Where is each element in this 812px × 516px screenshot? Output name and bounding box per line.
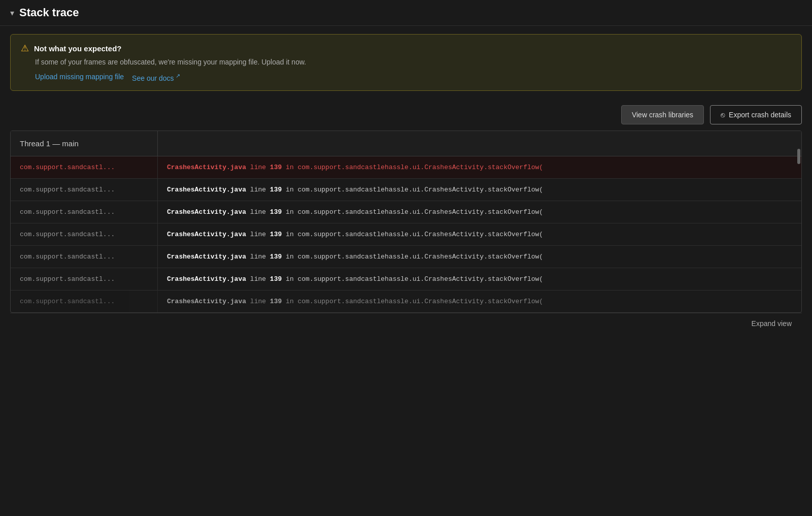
table-row[interactable]: com.support.sandcastl... CrashesActivity… (11, 246, 801, 268)
external-link-icon: ↗ (176, 73, 180, 79)
see-docs-link[interactable]: See our docs ↗ (132, 73, 180, 82)
table-row[interactable]: com.support.sandcastl... CrashesActivity… (11, 156, 801, 179)
in-label: in (286, 208, 297, 216)
line-number: 139 (270, 275, 282, 283)
table-row[interactable]: com.support.sandcastl... CrashesActivity… (11, 201, 801, 223)
in-label: in (286, 298, 297, 305)
toolbar: View crash libraries ⎋ Export crash deta… (0, 99, 812, 131)
view-crash-libraries-button[interactable]: View crash libraries (621, 105, 704, 124)
method-path: com.support.sandcastlehassle.ui.CrashesA… (297, 231, 543, 238)
stack-row-package: com.support.sandcastl... (11, 246, 158, 268)
warning-description: If some of your frames are obfuscated, w… (35, 57, 791, 68)
warning-title: Not what you expected? (34, 44, 122, 53)
filename: CrashesActivity.java (167, 208, 246, 216)
method-path: com.support.sandcastlehassle.ui.CrashesA… (297, 164, 543, 171)
stack-table: Thread 1 — main com.support.sandcastl...… (10, 131, 802, 313)
stack-trace-header: ▾ Stack trace (0, 0, 812, 26)
filename: CrashesActivity.java (167, 231, 246, 238)
table-row[interactable]: com.support.sandcastl... CrashesActivity… (11, 179, 801, 201)
line-label: line (250, 253, 270, 261)
stack-row-package: com.support.sandcastl... (11, 179, 158, 201)
chevron-icon[interactable]: ▾ (10, 8, 14, 18)
table-row[interactable]: com.support.sandcastl... CrashesActivity… (11, 223, 801, 246)
stack-row-package: com.support.sandcastl... (11, 201, 158, 223)
stack-row-package: com.support.sandcastl... (11, 268, 158, 290)
export-crash-details-button[interactable]: ⎋ Export crash details (710, 105, 802, 124)
stack-row-detail: CrashesActivity.java line 139 in com.sup… (158, 201, 801, 223)
upload-mapping-link[interactable]: Upload missing mapping file (35, 73, 124, 82)
thread-col-right (158, 131, 801, 156)
method-path: com.support.sandcastlehassle.ui.CrashesA… (297, 186, 543, 194)
line-number: 139 (270, 186, 282, 194)
line-label: line (250, 208, 270, 216)
filename: CrashesActivity.java (167, 275, 246, 283)
filename: CrashesActivity.java (167, 298, 246, 305)
warning-icon: ⚠ (21, 43, 29, 54)
line-number: 139 (270, 231, 282, 238)
line-number: 139 (270, 253, 282, 261)
method-path: com.support.sandcastlehassle.ui.CrashesA… (297, 253, 543, 261)
warning-banner: ⚠ Not what you expected? If some of your… (10, 34, 802, 91)
filename: CrashesActivity.java (167, 164, 246, 171)
warning-links: Upload missing mapping file See our docs… (35, 73, 791, 82)
expand-view-link[interactable]: Expand view (752, 319, 792, 328)
line-label: line (250, 186, 270, 194)
method-path: com.support.sandcastlehassle.ui.CrashesA… (297, 275, 543, 283)
export-icon: ⎋ (721, 111, 725, 119)
in-label: in (286, 275, 297, 283)
table-row[interactable]: com.support.sandcastl... CrashesActivity… (11, 291, 801, 312)
in-label: in (286, 231, 297, 238)
in-label: in (286, 164, 297, 171)
stack-row-detail: CrashesActivity.java line 139 in com.sup… (158, 246, 801, 268)
stack-row-detail: CrashesActivity.java line 139 in com.sup… (158, 291, 801, 312)
expand-view-bar: Expand view (10, 313, 802, 334)
method-path: com.support.sandcastlehassle.ui.CrashesA… (297, 298, 543, 305)
thread-label: Thread 1 — main (11, 131, 158, 156)
stack-row-package: com.support.sandcastl... (11, 291, 158, 312)
in-label: in (286, 186, 297, 194)
method-path: com.support.sandcastlehassle.ui.CrashesA… (297, 208, 543, 216)
line-number: 139 (270, 298, 282, 305)
stack-row-package: com.support.sandcastl... (11, 156, 158, 178)
line-number: 139 (270, 164, 282, 171)
stack-row-detail: CrashesActivity.java line 139 in com.sup… (158, 179, 801, 201)
line-number: 139 (270, 208, 282, 216)
scrollbar-indicator[interactable] (797, 149, 800, 164)
page-title: Stack trace (19, 6, 79, 19)
stack-row-detail: CrashesActivity.java line 139 in com.sup… (158, 223, 801, 245)
line-label: line (250, 275, 270, 283)
table-row[interactable]: com.support.sandcastl... CrashesActivity… (11, 268, 801, 291)
line-label: line (250, 231, 270, 238)
line-label: line (250, 164, 270, 171)
filename: CrashesActivity.java (167, 186, 246, 194)
thread-header-row: Thread 1 — main (11, 131, 801, 156)
stack-row-package: com.support.sandcastl... (11, 223, 158, 245)
stack-row-detail: CrashesActivity.java line 139 in com.sup… (158, 156, 801, 178)
warning-banner-header: ⚠ Not what you expected? (21, 43, 791, 54)
stack-row-detail: CrashesActivity.java line 139 in com.sup… (158, 268, 801, 290)
line-label: line (250, 298, 270, 305)
filename: CrashesActivity.java (167, 253, 246, 261)
in-label: in (286, 253, 297, 261)
